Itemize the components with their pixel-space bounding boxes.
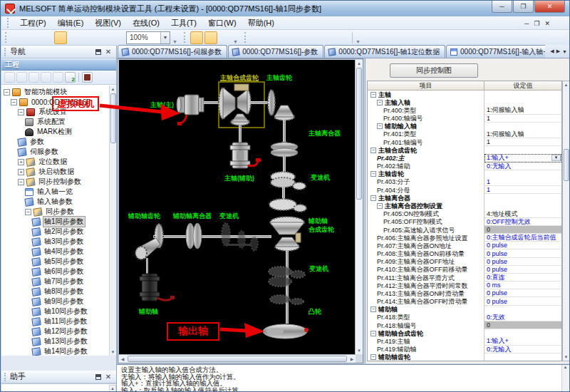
mdi-minimize-icon[interactable]: ─ — [524, 20, 529, 27]
parameter-value-cell[interactable]: 0 ms ▼ — [484, 282, 561, 289]
tree-expander-icon[interactable] — [18, 179, 24, 185]
parameter-row[interactable]: Pr.413:主轴离合器ON时滑动量 0 pulse ▼ — [368, 289, 561, 297]
open[interactable] — [26, 31, 38, 44]
tree-item[interactable]: 块启动数据 — [1, 167, 108, 177]
read[interactable] — [265, 31, 278, 44]
parameter-value-cell[interactable]: ▼ — [484, 329, 561, 337]
tree-item[interactable]: 系统配置 — [1, 117, 108, 127]
tree-item[interactable]: 轴3同步参数 — [1, 237, 108, 247]
parameter-row[interactable]: Pr.414:主轴离合器OFF时滑动量 0 pulse ▼ — [368, 297, 561, 305]
parameter-value-cell[interactable]: ▼ — [484, 202, 561, 210]
parameter-row[interactable]: Pr.418:轴编号 0 ▼ — [368, 321, 561, 329]
parameter-row[interactable]: 辅助轴合成齿轮 ▼ — [368, 329, 561, 337]
parameter-row[interactable]: Pr.405:OFF控制模式 0:OFF控制无效 ▼ — [368, 218, 561, 226]
tree-item[interactable]: 轴7同步参数 — [1, 277, 108, 287]
scrollbar-thumb[interactable] — [128, 356, 347, 362]
menu-item[interactable]: 窗口(W) — [202, 16, 242, 30]
parameter-row[interactable]: Pr.409:主轴离合器OFF地址 0 pulse ▼ — [368, 258, 561, 266]
parameter-value-cell[interactable]: ▼ — [484, 170, 561, 178]
scroll-down-icon[interactable]: ▼ — [356, 347, 363, 354]
parameter-row[interactable]: 辅助输入轴 ▼ — [368, 123, 561, 130]
undo[interactable] — [97, 31, 110, 44]
save[interactable] — [40, 31, 53, 44]
parameter-row[interactable]: 主输入轴 ▼ — [368, 98, 561, 106]
parameter-value-cell[interactable]: 1:输入+ ▼ — [484, 154, 561, 162]
mdi-close-icon[interactable]: ✕ — [544, 20, 550, 27]
tree-expander-icon[interactable] — [25, 209, 31, 215]
parameter-row[interactable]: Pr.401:类型 1:伺服输入轴 ▼ — [368, 130, 561, 138]
parameter-row[interactable]: Pr.412:主轴离合器平滑时间常数 0 ms ▼ — [368, 282, 561, 289]
nav-tool-module-icon[interactable] — [82, 72, 93, 83]
paste[interactable] — [83, 31, 95, 44]
nav-tool-icon[interactable] — [41, 72, 51, 83]
menu-item[interactable]: 编辑(E) — [52, 16, 90, 30]
scroll-down-icon[interactable]: ▼ — [563, 354, 569, 361]
nav-tool-icon[interactable] — [4, 72, 15, 83]
parameter-value-cell[interactable]: ▼ — [484, 123, 561, 130]
menu-item[interactable]: 帮助(H) — [242, 16, 280, 30]
tree-item[interactable]: 定位数据 — [1, 157, 108, 167]
tree-item[interactable]: 轴9同步参数 — [1, 296, 108, 306]
parameter-value-cell[interactable]: ▼ — [484, 98, 561, 106]
parameter-row[interactable]: Pr.406:主轴离合器参照地址设置 0:主轴合成齿轮后当前值 ▼ — [368, 234, 561, 242]
parameter-row[interactable]: Pr.419:辅助轴 0:无输入 ▼ — [368, 346, 561, 354]
scroll-up-icon[interactable]: ▲ — [109, 385, 116, 392]
scroll-up-icon[interactable]: ▲ — [563, 81, 569, 88]
tree-expander-icon[interactable] — [18, 109, 24, 115]
flag[interactable] — [336, 31, 349, 44]
parameter-value-cell[interactable]: ▼ — [484, 306, 561, 314]
parameter-row[interactable]: 主轴齿轮 ▼ — [368, 170, 561, 178]
parameter-row[interactable]: Pr.410:主轴离合器OFF前移动量 0 pulse ▼ — [368, 266, 561, 274]
scroll-right-icon[interactable]: ▶ — [348, 356, 356, 361]
tree-scrollbar[interactable]: ▲ ▼ — [109, 86, 116, 356]
menu-item[interactable]: 视图(V) — [89, 16, 127, 30]
tree-item[interactable]: 输入轴一览 — [1, 187, 108, 197]
parameter-value-cell[interactable]: 1:伺服输入轴 ▼ — [484, 130, 561, 138]
new[interactable] — [11, 31, 24, 44]
tree-expander-icon[interactable] — [11, 99, 17, 105]
scroll-up-icon[interactable]: ▲ — [110, 86, 116, 93]
scroll-left-icon[interactable]: ◀ — [119, 356, 126, 361]
toolbar-overflow-icon[interactable]: ▼ — [356, 39, 361, 44]
monitor[interactable] — [322, 31, 335, 44]
row-expander-icon[interactable] — [377, 100, 383, 105]
write[interactable] — [251, 31, 264, 44]
pin-icon[interactable] — [93, 47, 103, 57]
sync-control-diagram-button[interactable]: 同步控制图 — [390, 63, 478, 78]
parameter-value-cell[interactable]: 4:地址模式 ▼ — [484, 210, 561, 218]
parameter-value-cell[interactable]: 0:无输入 ▼ — [484, 163, 561, 170]
scrollbar-thumb[interactable] — [110, 93, 116, 143]
parameter-row[interactable]: Pr.403:分子 1 ▼ — [368, 178, 561, 186]
toolbar-overflow-icon[interactable]: ▼ — [233, 39, 238, 44]
parameter-value-cell[interactable]: 1 ▼ — [484, 115, 561, 123]
pin-icon[interactable] — [93, 372, 103, 382]
tree-item[interactable]: 轴6同步参数 — [1, 267, 108, 277]
document-tab[interactable]: 0000:QD77MS16[]-参数 — [228, 45, 323, 58]
scrollbar-thumb[interactable] — [564, 149, 569, 181]
parameter-value-cell[interactable]: ▼ — [484, 194, 561, 202]
parameter-row[interactable]: Pr.408:主轴离合器ON前移动量 0 pulse ▼ — [368, 249, 561, 257]
close-icon[interactable]: ✕ — [103, 47, 113, 57]
tree-item[interactable]: 轴12同步参数 — [1, 326, 108, 336]
copy[interactable] — [68, 31, 81, 44]
row-expander-icon[interactable] — [370, 354, 376, 360]
parameter-row[interactable]: Pr.404:分母 1 ▼ — [368, 186, 561, 194]
parameter-value-cell[interactable]: ▼ — [484, 146, 561, 154]
tab-list-icon[interactable]: ▼ — [562, 49, 567, 54]
chevron-down-icon[interactable]: ▼ — [551, 155, 561, 160]
menu-item[interactable]: 工具(T) — [165, 16, 202, 30]
parameter-value-cell[interactable]: 0 pulse ▼ — [484, 242, 561, 249]
chevron-down-icon[interactable]: ▼ — [160, 32, 170, 43]
nav-tool-icon[interactable] — [53, 72, 63, 83]
redo[interactable] — [111, 31, 124, 44]
parameter-value-cell[interactable]: 0 pulse ▼ — [484, 297, 561, 305]
scroll-up-icon[interactable]: ▲ — [356, 60, 363, 67]
parameter-value-cell[interactable]: 1:输入+ ▼ — [484, 337, 561, 345]
parameter-value-cell[interactable]: ▼ — [484, 91, 561, 98]
project-section-band[interactable]: 工程 — [1, 59, 116, 71]
row-expander-icon[interactable] — [377, 123, 383, 129]
scroll-down-icon[interactable]: ▼ — [110, 349, 116, 356]
assistant-toggle[interactable] — [204, 31, 217, 44]
close-button[interactable]: ✕ — [534, 1, 565, 13]
parameter-row[interactable]: 主轴 ▼ — [368, 91, 561, 98]
